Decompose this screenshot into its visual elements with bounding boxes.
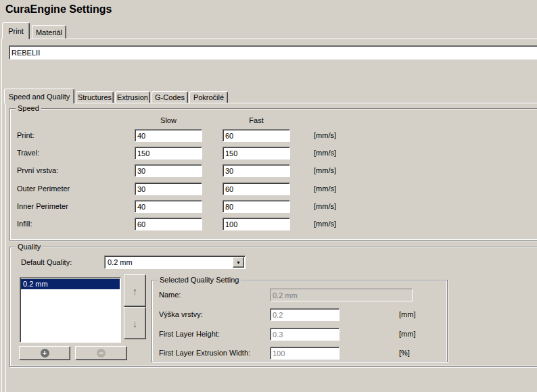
- move-down-button[interactable]: ↓: [124, 307, 146, 339]
- unit-label: [mm/s]: [314, 185, 336, 193]
- tab-advanced[interactable]: Pokročilé: [189, 91, 228, 103]
- chevron-down-icon: ▼: [236, 260, 241, 265]
- speed-row-infill: Infill: [mm/s]: [10, 218, 537, 231]
- outer-perimeter-slow-input[interactable]: [135, 182, 202, 195]
- cura-engine-settings-window: { "window": { "title": "CuraEngine Setti…: [0, 0, 537, 392]
- down-arrow-icon: ↓: [133, 318, 138, 328]
- speed-row-label: Inner Perimeter: [17, 202, 68, 210]
- setting-row-label: Výška vrstvy:: [159, 310, 203, 318]
- page-title: CuraEngine Settings: [5, 3, 112, 16]
- first-layer-fast-input[interactable]: [223, 164, 290, 177]
- speed-row-inner-perimeter: Inner Perimeter [mm/s]: [10, 200, 537, 214]
- inner-perimeter-fast-input[interactable]: [223, 200, 290, 213]
- quality-group-label: Quality: [16, 242, 43, 251]
- speed-group-label: Speed: [16, 103, 41, 113]
- print-fast-input[interactable]: [223, 129, 290, 142]
- setting-row-first-layer-height: First Layer Height: [mm]: [152, 328, 447, 341]
- tab-material[interactable]: Materiál: [32, 25, 66, 39]
- speed-row-outer-perimeter: Outer Perimeter [mm/s]: [10, 182, 537, 196]
- infill-fast-input[interactable]: [223, 218, 290, 230]
- tab-g-codes[interactable]: G-Codes: [151, 91, 188, 103]
- unit-label: [mm/s]: [314, 202, 336, 210]
- tab-speed-and-quality-label: Speed and Quality: [9, 93, 70, 101]
- unit-label: [mm/s]: [314, 220, 336, 228]
- tab-extrusion[interactable]: Extrusion: [115, 91, 150, 103]
- tab-structures-label: Structures: [78, 93, 112, 101]
- setting-row-first-layer-extrusion-width: First Layer Extrusion Width: [%]: [152, 347, 447, 360]
- tab-speed-and-quality[interactable]: Speed and Quality: [4, 89, 74, 103]
- travel-slow-input[interactable]: [135, 147, 202, 160]
- dropdown-button[interactable]: ▼: [233, 257, 244, 268]
- unit-label: [%]: [399, 349, 410, 357]
- speed-row-travel: Travel: [mm/s]: [10, 147, 537, 160]
- speed-group: Speed Slow Fast Print: [mm/s] Travel: [m…: [9, 108, 537, 241]
- quality-group: Quality Default Quality: 0.2 mm ▼ 0.2 mm…: [9, 247, 537, 367]
- remove-quality-button[interactable]: −: [75, 346, 127, 360]
- quality-list-item[interactable]: 0.2 mm: [21, 279, 120, 289]
- first-layer-height-input: [270, 328, 340, 341]
- default-quality-label: Default Quality:: [21, 258, 72, 266]
- unit-label: [mm]: [399, 330, 415, 338]
- setting-row-layer-height: Výška vrstvy: [mm]: [152, 308, 447, 322]
- layer-height-input: [270, 308, 340, 321]
- up-arrow-icon: ↑: [133, 286, 138, 296]
- speed-row-label: První vrstva:: [17, 166, 58, 174]
- print-slow-input[interactable]: [135, 129, 202, 142]
- tab-extrusion-label: Extrusion: [117, 93, 148, 101]
- speed-row-label: Travel:: [17, 149, 39, 157]
- inner-perimeter-slow-input[interactable]: [135, 200, 202, 213]
- column-header-fast: Fast: [223, 116, 290, 124]
- quality-list-item-label: 0.2 mm: [23, 280, 48, 288]
- unit-label: [mm/s]: [314, 131, 336, 139]
- tab-print-label: Print: [8, 27, 24, 35]
- name-input: [270, 289, 413, 301]
- speed-row-label: Print:: [17, 131, 34, 139]
- travel-fast-input[interactable]: [223, 147, 290, 160]
- first-layer-slow-input[interactable]: [135, 164, 202, 177]
- unit-label: [mm/s]: [314, 149, 336, 157]
- speed-row-label: Infill:: [17, 220, 32, 228]
- selected-quality-setting-group: Selected Quality Setting Name: Výška vrs…: [151, 280, 448, 362]
- outer-perimeter-fast-input[interactable]: [223, 182, 290, 195]
- column-header-slow: Slow: [135, 116, 202, 124]
- setting-row-name: Name:: [152, 289, 447, 302]
- default-quality-value: 0.2 mm: [108, 258, 133, 266]
- setting-row-label: Name:: [159, 291, 181, 299]
- tab-advanced-label: Pokročilé: [193, 93, 224, 101]
- speed-row-print: Print: [mm/s]: [10, 129, 537, 143]
- tab-material-label: Materiál: [36, 28, 62, 36]
- add-quality-button[interactable]: +: [19, 346, 70, 360]
- setting-row-label: First Layer Height:: [159, 330, 220, 338]
- minus-icon: −: [97, 349, 106, 358]
- quality-listbox[interactable]: 0.2 mm: [20, 277, 121, 343]
- unit-label: [mm/s]: [314, 166, 336, 174]
- speed-row-first-layer: První vrstva: [mm/s]: [10, 164, 537, 178]
- move-up-button[interactable]: ↑: [124, 274, 146, 307]
- tab-structures[interactable]: Structures: [76, 91, 114, 103]
- default-quality-select[interactable]: 0.2 mm ▼: [104, 255, 246, 269]
- tab-print[interactable]: Print: [2, 22, 30, 39]
- speed-row-label: Outer Perimeter: [17, 185, 70, 193]
- selected-quality-setting-label: Selected Quality Setting: [158, 275, 241, 285]
- first-layer-extrusion-width-input: [270, 347, 340, 360]
- unit-label: [mm]: [399, 310, 415, 318]
- plus-icon: +: [41, 349, 49, 358]
- tab-g-codes-label: G-Codes: [155, 93, 185, 101]
- infill-slow-input[interactable]: [135, 218, 202, 230]
- setting-row-label: First Layer Extrusion Width:: [159, 349, 250, 357]
- printer-profile-input[interactable]: [9, 45, 537, 59]
